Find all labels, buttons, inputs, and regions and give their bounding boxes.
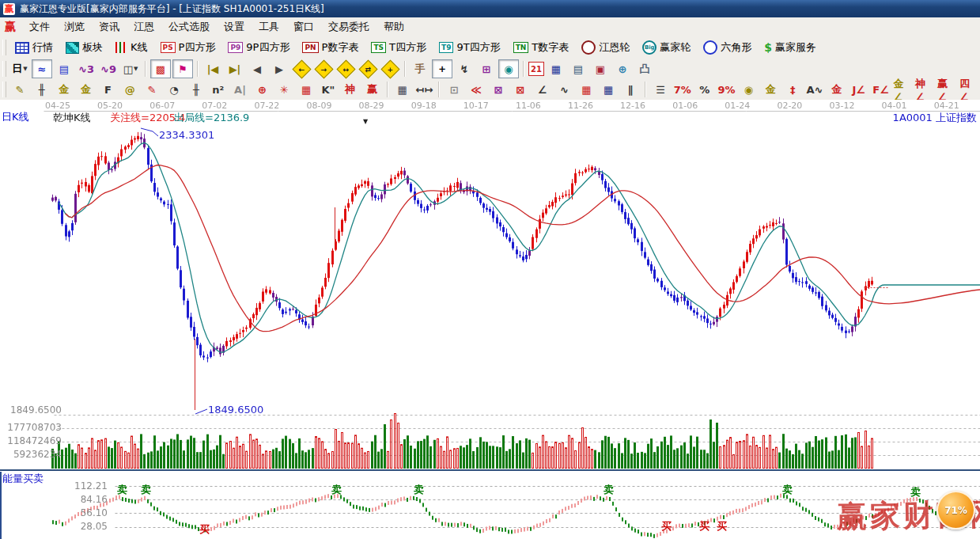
speed-badge[interactable]: 71% (936, 491, 975, 530)
toolbar-page-next[interactable]: ▶ (269, 59, 289, 78)
toolbar-page-prev[interactable]: ◀ (247, 59, 267, 78)
menu-item-7[interactable]: 窗口 (286, 17, 321, 36)
toolbar-k-mark[interactable]: K" (318, 80, 339, 99)
toolbar-volume-flag[interactable]: ⚑ (172, 59, 193, 78)
toolbar-pan-hand[interactable]: 手 (410, 59, 430, 78)
toolbar-wave-tool[interactable]: ∿ (554, 80, 575, 99)
toolbar-tick-ruler[interactable]: ╫ (186, 80, 206, 99)
toolbar-angle-si[interactable]: 四∠ (959, 80, 979, 99)
toolbar-angle-shen[interactable]: 神∠ (914, 80, 935, 99)
menu-item-1[interactable]: 浏览 (57, 17, 92, 36)
toolbar-mark-pen[interactable]: ‡ (782, 80, 803, 99)
toolbar-zoom-x[interactable]: ↔ (335, 59, 356, 78)
toolbar-gann-square[interactable]: ▦ (296, 80, 316, 99)
toolbar-crosshair[interactable]: ＋ (432, 59, 452, 78)
toolbar-angle-golden[interactable]: 金∠ (893, 80, 914, 99)
toolbar-gann-circle[interactable]: ⊕ (252, 80, 272, 99)
toolbar-p3-wave[interactable]: ∿3 (76, 59, 96, 78)
toolbar-market-quotes[interactable]: 行情 (9, 38, 59, 57)
toolbar-p9-wave[interactable]: ∿9 (98, 59, 119, 78)
gann-wheel-icon (581, 40, 596, 55)
toolbar-angle-f[interactable]: F∠ (871, 80, 891, 99)
toolbar-brain-map[interactable]: ◉ (498, 59, 519, 78)
toolbar-t9-square[interactable]: T99T四方形 (433, 38, 507, 57)
toolbar-shift-right[interactable]: → (313, 59, 334, 78)
toolbar-grid-red[interactable]: ▦ (576, 80, 596, 99)
toolbar-ornament-tool[interactable]: ⊞ (476, 59, 497, 78)
toolbar-p-square[interactable]: PSP四方形 (154, 38, 222, 57)
toolbar-cycle-clock[interactable]: ◔ (164, 80, 184, 99)
toolbar-ying-marker[interactable]: 赢 (362, 80, 383, 99)
menu-item-2[interactable]: 资讯 (92, 17, 127, 36)
toolbar-sectors[interactable]: 板块 (59, 38, 109, 57)
toolbar-p-number-table[interactable]: PNP数字表 (296, 38, 365, 57)
toolbar-n-square[interactable]: n² (208, 80, 229, 99)
toolbar-candle-style-dropdown[interactable]: ◫▼ (120, 59, 141, 78)
toolbar-calculator[interactable]: ▦ (546, 59, 566, 78)
toolbar-percent[interactable]: % (694, 80, 715, 99)
toolbar-notebook[interactable]: ▤ (568, 59, 588, 78)
toolbar-shift-left[interactable]: ← (291, 59, 312, 78)
oscillator-panel-label[interactable]: 能量买卖 (2, 472, 44, 486)
toolbar-region-map[interactable]: ▩ (150, 59, 171, 78)
toolbar-red-pen[interactable]: ✎ (142, 80, 162, 99)
toolbar-period-day-dropdown[interactable]: 日▼ (9, 59, 30, 78)
toolbar-compress-x[interactable]: ⇄ (358, 59, 378, 78)
toolbar-printer[interactable]: 凸 (634, 59, 655, 78)
menu-item-5[interactable]: 设置 (217, 17, 252, 36)
kline-chart-canvas[interactable] (0, 100, 980, 539)
toolbar-parallel-lines[interactable]: ∥ (620, 80, 641, 99)
toolbar-knife-pen[interactable]: ✎ (9, 80, 30, 99)
toolbar-golden-level[interactable]: 金 (760, 80, 781, 99)
toolbar-golden-circle[interactable]: ◉ (738, 80, 759, 99)
menu-item-9[interactable]: 帮助 (376, 17, 411, 36)
toolbar-segment-tool[interactable]: ↯ (454, 59, 475, 78)
menu-item-3[interactable]: 江恩 (127, 17, 161, 36)
window-title: 赢家江恩专业版[赢家内部服务平台] - [上证指数 SH1A0001-251日K… (20, 2, 324, 16)
toolbar-gann-wheel[interactable]: 江恩轮 (575, 38, 636, 57)
toolbar-golden-gann-up[interactable]: 金 (54, 80, 74, 99)
toolbar-fan-lines[interactable]: ≪ (466, 80, 486, 99)
toolbar-first-page[interactable]: |◀ (202, 59, 223, 78)
toolbar-winner-wheel[interactable]: Big赢家轮 (636, 38, 697, 57)
toolbar-t-number-table[interactable]: TNT数字表 (507, 38, 576, 57)
toolbar-golden-underline[interactable]: 金 (827, 80, 847, 99)
toolbar-p9-square[interactable]: P99P四方形 (221, 38, 296, 57)
toolbar-price-ruler[interactable]: ▦ (392, 80, 413, 99)
toolbar-winner-service[interactable]: $赢家服务 (758, 38, 823, 57)
toolbar-price-list[interactable]: ☰ (650, 80, 671, 99)
toolbar-golden-gann[interactable]: 金 (76, 80, 96, 99)
toolbar-expand-all[interactable]: + (380, 59, 400, 78)
toolbar-fan-box-purple[interactable]: ⊠ (488, 80, 509, 99)
toolbar-text-annotate[interactable]: A| (230, 80, 251, 99)
toolbar-send-network[interactable]: ⊕ (612, 59, 633, 78)
toolbar-gann-ticks[interactable]: ╫ (32, 80, 52, 99)
toolbar-grid-blue[interactable]: ▦ (598, 80, 619, 99)
toolbar-gann-star[interactable]: ✳ (274, 80, 294, 99)
menu-item-0[interactable]: 文件 (22, 17, 57, 36)
tools-toolbar: 日▼≈▤∿3∿9◫▼▩⚑|◀▶|◀▶←→↔⇄+手＋↯⊞◉21▦▤▣⊕凸 (0, 59, 980, 80)
toolbar-span-measure[interactable]: ↤↦ (414, 80, 434, 99)
toolbar-percent-9[interactable]: 9% (717, 80, 737, 99)
toolbar-spiral[interactable]: @ (119, 80, 140, 99)
menu-item-6[interactable]: 工具 (252, 17, 286, 36)
toolbar-t-square[interactable]: TST四方形 (365, 38, 433, 57)
toolbar-wave-count[interactable]: A∿ (804, 80, 825, 99)
toolbar-calendar-21[interactable]: 21 (528, 62, 544, 76)
toolbar-save-disk[interactable]: ▣ (590, 59, 611, 78)
menu-item-8[interactable]: 交易委托 (321, 17, 376, 36)
toolbar-info-panel[interactable]: ▤ (54, 59, 74, 78)
toolbar-shen-marker[interactable]: 神 (340, 80, 361, 99)
toolbar-percent-7[interactable]: 7% (672, 80, 693, 99)
toolbar-angle-ying[interactable]: 赢∠ (936, 80, 957, 99)
toolbar-angle-j[interactable]: J∠ (849, 80, 869, 99)
menu-item-4[interactable]: 公式选股 (161, 17, 217, 36)
toolbar-angle-lines[interactable]: ∠ (532, 80, 553, 99)
toolbar-hexagon[interactable]: 六角形 (697, 38, 758, 57)
toolbar-last-page[interactable]: ▶| (225, 59, 245, 78)
toolbar-zoom-region[interactable]: ≈ (32, 59, 52, 78)
toolbar-fan-box-red[interactable]: ⊠ (510, 80, 531, 99)
toolbar-fibonacci-f[interactable]: F (97, 80, 118, 99)
toolbar-box-adjust[interactable]: ⊡ (444, 80, 464, 99)
toolbar-kline[interactable]: K线 (109, 38, 154, 57)
